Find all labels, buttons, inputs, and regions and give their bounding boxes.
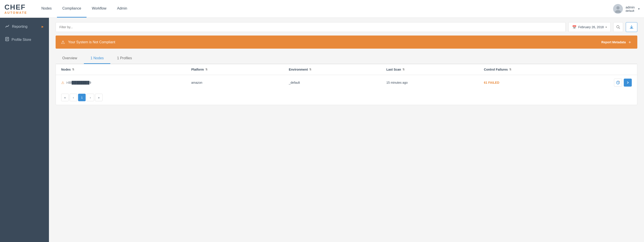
page-btn-1[interactable]: 1: [78, 94, 86, 101]
svg-point-1: [615, 10, 621, 13]
col-header-platform[interactable]: Platform⇅: [191, 68, 289, 71]
user-menu-chevron[interactable]: ▾: [638, 7, 640, 10]
svg-point-0: [616, 6, 620, 9]
sort-icon: ⇅: [402, 68, 405, 71]
page-btn-›[interactable]: ›: [86, 94, 94, 101]
warning-icon: ⚠: [61, 39, 65, 45]
compliance-banner: ⚠ Your System is Not Compliant Report Me…: [56, 35, 637, 49]
node-cell: ⚠i-00████████9: [61, 81, 191, 85]
page-btn-‹[interactable]: ‹: [70, 94, 77, 101]
col-label: Platform: [191, 68, 204, 71]
svg-line-8: [619, 28, 620, 29]
col-header-nodes[interactable]: Nodes⇅: [61, 68, 191, 71]
date-chevron-icon: ▾: [606, 26, 607, 29]
nav-link-workflow[interactable]: Workflow: [86, 0, 112, 17]
calendar-icon: 📅: [572, 25, 576, 29]
nav-link-compliance[interactable]: Compliance: [57, 0, 86, 17]
page-btn-«[interactable]: «: [61, 94, 69, 101]
report-metadata-label: Report Metadata: [601, 40, 626, 44]
download-button[interactable]: [626, 22, 637, 32]
row-actions: [614, 79, 632, 87]
page-btn-»[interactable]: »: [95, 94, 102, 101]
report-plus-icon: ＋: [628, 39, 632, 45]
scan-action-button[interactable]: [614, 79, 622, 87]
tab-overview[interactable]: Overview: [56, 53, 84, 64]
platform-cell: amazon: [191, 81, 289, 84]
date-label: February 26, 2018: [578, 25, 604, 29]
sort-icon: ⇅: [72, 68, 74, 71]
tabs: Overview1 Nodes1 Profiles: [56, 53, 637, 64]
search-button[interactable]: [613, 22, 623, 32]
col-label: Environment: [289, 68, 308, 71]
avatar: [613, 4, 623, 14]
main-nav: NodesComplianceWorkflowAdmin: [36, 0, 132, 17]
environment-cell: _default: [289, 81, 386, 84]
sidebar-item-reporting[interactable]: Reporting▶: [0, 20, 49, 33]
tab-1-nodes[interactable]: 1 Nodes: [84, 53, 110, 64]
filter-input[interactable]: [56, 22, 566, 32]
sidebar-item-label: Reporting: [12, 25, 27, 29]
sidebar-arrow-icon: ▶: [42, 25, 44, 28]
logo-automate: AUTOMATE: [4, 11, 27, 14]
tab-1-profiles[interactable]: 1 Profiles: [110, 53, 138, 64]
col-label: Nodes: [61, 68, 71, 71]
sort-icon: ⇅: [309, 68, 312, 71]
control-failures-cell: 61 FAILED: [484, 81, 614, 84]
sidebar-item-label: Profile Store: [12, 38, 31, 42]
col-header-actions: [614, 68, 632, 71]
banner-text: Your System is Not Compliant: [68, 40, 601, 44]
top-nav: CHEF AUTOMATE NodesComplianceWorkflowAdm…: [0, 0, 644, 18]
sidebar-item-profile-store[interactable]: Profile Store: [0, 33, 49, 46]
logo: CHEF AUTOMATE: [4, 3, 27, 14]
col-header-environment[interactable]: Environment⇅: [289, 68, 386, 71]
report-metadata-button[interactable]: Report Metadata ＋: [601, 39, 632, 45]
col-header-control-failures[interactable]: Control Failures⇅: [484, 68, 614, 71]
user-name: admin: [626, 5, 635, 9]
col-header-last-scan[interactable]: Last Scan⇅: [386, 68, 484, 71]
user-info: admin default: [626, 5, 635, 12]
table-header: Nodes⇅Platform⇅Environment⇅Last Scan⇅Con…: [56, 64, 637, 75]
col-label: Control Failures: [484, 68, 508, 71]
nav-link-nodes[interactable]: Nodes: [36, 0, 57, 17]
user-role: default: [626, 9, 635, 12]
layout: Reporting▶Profile Store 📅 February 26, 2…: [0, 18, 644, 242]
table-row: ⚠i-00████████9amazon_default15 minutes a…: [56, 75, 637, 90]
node-name: i-00████████9: [66, 81, 91, 84]
filter-bar: 📅 February 26, 2018 ▾: [56, 22, 637, 32]
table-body: ⚠i-00████████9amazon_default15 minutes a…: [56, 75, 637, 90]
date-picker-button[interactable]: 📅 February 26, 2018 ▾: [568, 22, 611, 32]
nav-link-admin[interactable]: Admin: [112, 0, 132, 17]
sidebar: Reporting▶Profile Store: [0, 18, 49, 242]
col-label: Last Scan: [386, 68, 401, 71]
doc-icon: [5, 37, 9, 42]
logo-chef: CHEF: [4, 3, 27, 11]
pagination: «‹1›»: [56, 90, 637, 105]
sort-icon: ⇅: [509, 68, 512, 71]
main-content: 📅 February 26, 2018 ▾ ⚠ Your System is N: [49, 18, 644, 242]
navigate-action-button[interactable]: [624, 79, 632, 87]
last-scan-cell: 15 minutes ago: [386, 81, 484, 84]
sort-icon: ⇅: [205, 68, 208, 71]
svg-point-2: [6, 27, 6, 27]
node-warning-icon: ⚠: [61, 81, 64, 85]
table-container: Nodes⇅Platform⇅Environment⇅Last Scan⇅Con…: [56, 64, 637, 105]
chart-icon: [5, 24, 9, 29]
user-area: admin default ▾: [613, 4, 640, 14]
